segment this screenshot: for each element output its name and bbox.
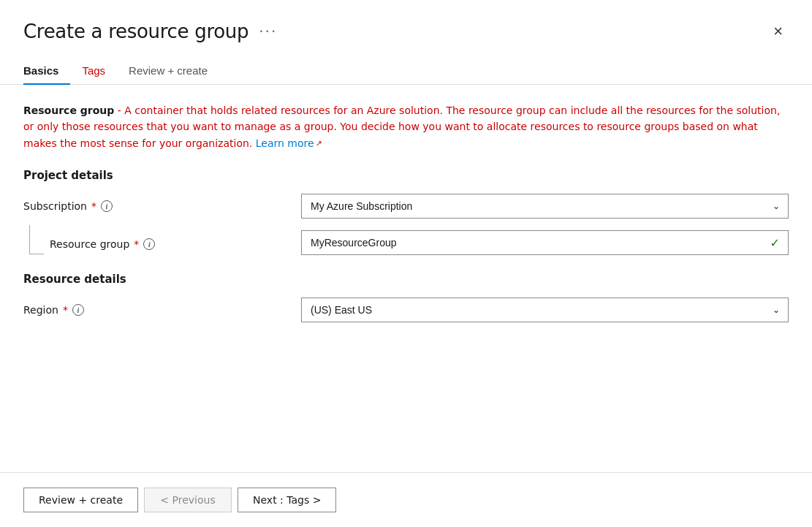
region-label-col: Region * i bbox=[23, 304, 301, 316]
region-select-wrapper: (US) East US (US) West US (Europe) West … bbox=[301, 297, 789, 322]
resource-group-required: * bbox=[134, 238, 139, 250]
subscription-info-icon[interactable]: i bbox=[101, 200, 113, 212]
resource-group-input-wrapper: ✓ bbox=[301, 230, 789, 255]
learn-more-link[interactable]: Learn more bbox=[256, 137, 314, 149]
tab-bar: Basics Tags Review + create bbox=[0, 42, 812, 85]
dialog-title-group: Create a resource group ··· bbox=[23, 20, 277, 42]
next-tags-button[interactable]: Next : Tags > bbox=[238, 488, 336, 512]
region-label: Region bbox=[23, 304, 58, 316]
tab-basics[interactable]: Basics bbox=[23, 57, 70, 84]
region-control: (US) East US (US) West US (Europe) West … bbox=[301, 297, 789, 322]
subscription-label: Subscription bbox=[23, 200, 87, 212]
resource-group-label-group: Resource group * i bbox=[50, 235, 155, 250]
dialog-title: Create a resource group bbox=[23, 20, 248, 42]
region-required: * bbox=[63, 304, 68, 316]
subscription-control: My Azure Subscription ⌄ bbox=[301, 194, 789, 219]
create-resource-group-dialog: Create a resource group ··· × Basics Tag… bbox=[0, 0, 812, 527]
region-row: Region * i (US) East US (US) West US (Eu… bbox=[23, 297, 789, 322]
external-link-icon: ↗ bbox=[316, 137, 322, 151]
tab-content-basics: Resource group - A container that holds … bbox=[0, 85, 812, 472]
dialog-header: Create a resource group ··· × bbox=[0, 0, 812, 42]
resource-details-section-title: Resource details bbox=[23, 273, 789, 286]
resource-details-section: Resource details Region * i (US) East US… bbox=[23, 273, 789, 322]
resource-group-input[interactable] bbox=[301, 230, 789, 255]
resource-group-control: ✓ bbox=[301, 230, 789, 255]
close-button[interactable]: × bbox=[767, 20, 789, 42]
region-select[interactable]: (US) East US (US) West US (Europe) West … bbox=[301, 297, 789, 322]
dialog-footer: Review + create < Previous Next : Tags > bbox=[0, 472, 812, 527]
project-details-section-title: Project details bbox=[23, 169, 789, 182]
tab-review-create[interactable]: Review + create bbox=[117, 57, 219, 84]
previous-button[interactable]: < Previous bbox=[144, 488, 232, 512]
resource-group-label: Resource group bbox=[50, 238, 129, 250]
resource-group-label-col: Resource group * i bbox=[23, 231, 301, 254]
description-bold: Resource group bbox=[23, 105, 114, 116]
review-create-button[interactable]: Review + create bbox=[23, 488, 138, 512]
dialog-ellipsis-menu[interactable]: ··· bbox=[259, 23, 277, 40]
resource-group-check-icon: ✓ bbox=[770, 236, 780, 250]
subscription-row: Subscription * i My Azure Subscription ⌄ bbox=[23, 194, 789, 219]
tree-line-decoration bbox=[29, 225, 44, 254]
description-text: - A container that holds related resourc… bbox=[23, 105, 780, 149]
resource-group-row: Resource group * i ✓ bbox=[23, 230, 789, 255]
subscription-required: * bbox=[91, 200, 96, 212]
resource-group-info-icon[interactable]: i bbox=[143, 238, 155, 250]
subscription-select[interactable]: My Azure Subscription bbox=[301, 194, 789, 219]
subscription-label-col: Subscription * i bbox=[23, 200, 301, 212]
subscription-select-wrapper: My Azure Subscription ⌄ bbox=[301, 194, 789, 219]
description-paragraph: Resource group - A container that holds … bbox=[23, 102, 789, 151]
region-info-icon[interactable]: i bbox=[72, 304, 84, 316]
tab-tags[interactable]: Tags bbox=[70, 57, 117, 84]
